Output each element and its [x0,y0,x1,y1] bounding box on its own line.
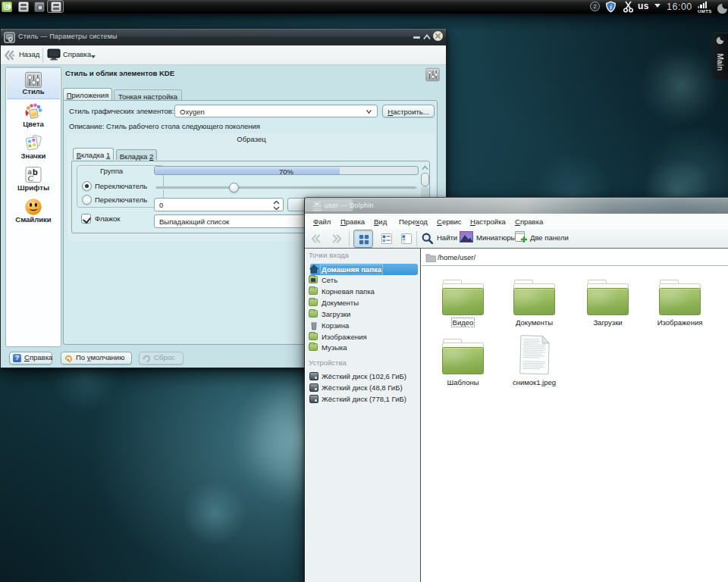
svg-text:C: C [28,174,34,183]
svg-text:Main: Main [716,54,724,71]
svg-text:b: b [33,167,38,177]
